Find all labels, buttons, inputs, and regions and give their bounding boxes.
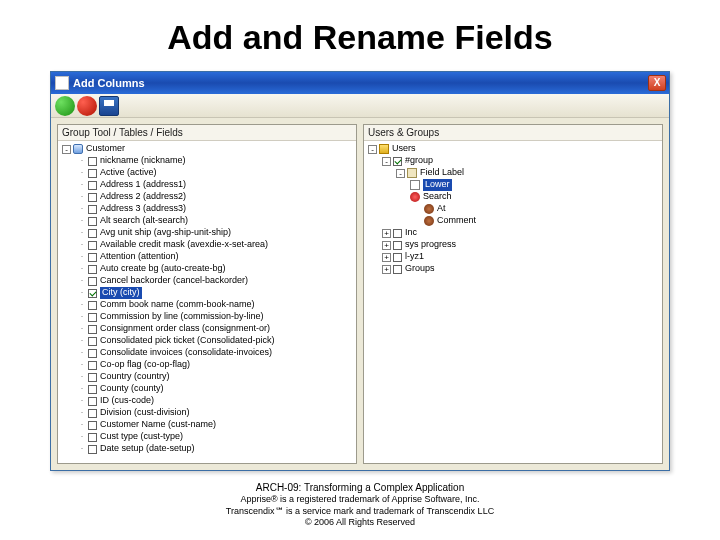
checkbox[interactable]	[88, 265, 97, 274]
checkbox[interactable]	[88, 313, 97, 322]
checkbox[interactable]	[88, 361, 97, 370]
collapse-icon[interactable]: -	[396, 169, 405, 178]
checkbox[interactable]	[88, 253, 97, 262]
checkbox[interactable]	[393, 265, 402, 274]
tree-item[interactable]: +sys progress	[368, 239, 660, 251]
checkbox[interactable]	[88, 421, 97, 430]
field-label[interactable]: Customer Name (cust-name)	[100, 419, 216, 430]
checkbox[interactable]	[88, 325, 97, 334]
tree-item[interactable]: Search	[368, 191, 660, 203]
field-label[interactable]: Auto create bg (auto-create-bg)	[100, 263, 226, 274]
tree-field-item[interactable]: ·City (city)	[62, 287, 354, 299]
tree-field-item[interactable]: ·Available credit mask (avexdie-x-set-ar…	[62, 239, 354, 251]
tree-field-item[interactable]: ·Country (country)	[62, 371, 354, 383]
collapse-icon[interactable]: -	[62, 145, 71, 154]
accept-button[interactable]	[55, 96, 75, 116]
tree-field-item[interactable]: ·ID (cus-code)	[62, 395, 354, 407]
checkbox[interactable]	[393, 157, 402, 166]
tree-field-item[interactable]: ·Consolidate invoices (consolidate-invoi…	[62, 347, 354, 359]
tree-item[interactable]: -Users	[368, 143, 660, 155]
left-tree[interactable]: -Customer·nickname (nickname)·Active (ac…	[58, 141, 356, 457]
field-label[interactable]: Division (cust-division)	[100, 407, 190, 418]
tree-field-item[interactable]: ·Date setup (date-setup)	[62, 443, 354, 455]
field-label[interactable]: Comm book name (comm-book-name)	[100, 299, 255, 310]
checkbox[interactable]	[88, 205, 97, 214]
checkbox[interactable]	[88, 217, 97, 226]
field-label[interactable]: Co-op flag (co-op-flag)	[100, 359, 190, 370]
field-label[interactable]: Consolidated pick ticket (Consolidated-p…	[100, 335, 275, 346]
tree-field-item[interactable]: ·Cancel backorder (cancel-backorder)	[62, 275, 354, 287]
tree-field-item[interactable]: ·Attention (attention)	[62, 251, 354, 263]
tree-item[interactable]: Lower	[368, 179, 660, 191]
field-label[interactable]: Address 1 (address1)	[100, 179, 186, 190]
tree-item[interactable]: -#group	[368, 155, 660, 167]
field-label[interactable]: Avg unit ship (avg-ship-unit-ship)	[100, 227, 231, 238]
right-tree[interactable]: -Users-#group-Field LabelLowerSearchAtCo…	[364, 141, 662, 277]
selected-label[interactable]: Lower	[423, 179, 452, 190]
tree-field-item[interactable]: ·Address 2 (address2)	[62, 191, 354, 203]
checkbox[interactable]	[88, 277, 97, 286]
save-button[interactable]	[99, 96, 119, 116]
tree-field-item[interactable]: ·Cust type (cust-type)	[62, 431, 354, 443]
checkbox[interactable]	[88, 445, 97, 454]
titlebar[interactable]: Add Columns X	[51, 72, 669, 94]
checkbox[interactable]	[88, 397, 97, 406]
tree-field-item[interactable]: ·Consolidated pick ticket (Consolidated-…	[62, 335, 354, 347]
tree-field-item[interactable]: ·Customer Name (cust-name)	[62, 419, 354, 431]
close-button[interactable]: X	[648, 75, 666, 91]
tree-field-item[interactable]: ·County (county)	[62, 383, 354, 395]
checkbox[interactable]	[88, 373, 97, 382]
expand-icon[interactable]: +	[382, 253, 391, 262]
checkbox[interactable]	[88, 169, 97, 178]
expand-icon[interactable]: +	[382, 241, 391, 250]
field-label[interactable]: Alt search (alt-search)	[100, 215, 188, 226]
tree-field-item[interactable]: ·Active (active)	[62, 167, 354, 179]
tree-item[interactable]: -Field Label	[368, 167, 660, 179]
checkbox[interactable]	[393, 241, 402, 250]
field-label[interactable]: Country (country)	[100, 371, 170, 382]
tree-field-item[interactable]: ·nickname (nickname)	[62, 155, 354, 167]
collapse-icon[interactable]: -	[368, 145, 377, 154]
tree-item[interactable]: At	[368, 203, 660, 215]
tree-field-item[interactable]: ·Avg unit ship (avg-ship-unit-ship)	[62, 227, 354, 239]
tree-field-item[interactable]: ·Comm book name (comm-book-name)	[62, 299, 354, 311]
tree-item[interactable]: +Inc	[368, 227, 660, 239]
tree-field-item[interactable]: ·Commission by line (commission-by-line)	[62, 311, 354, 323]
field-label[interactable]: Consolidate invoices (consolidate-invoic…	[100, 347, 272, 358]
tree-root-label[interactable]: Customer	[86, 143, 125, 154]
collapse-icon[interactable]: -	[382, 157, 391, 166]
checkbox[interactable]	[88, 385, 97, 394]
cancel-button[interactable]	[77, 96, 97, 116]
checkbox[interactable]	[88, 193, 97, 202]
checkbox[interactable]	[88, 409, 97, 418]
field-label[interactable]: City (city)	[100, 287, 142, 298]
checkbox[interactable]	[88, 301, 97, 310]
tree-field-item[interactable]: ·Co-op flag (co-op-flag)	[62, 359, 354, 371]
field-label[interactable]: Available credit mask (avexdie-x-set-are…	[100, 239, 268, 250]
tree-field-item[interactable]: ·Auto create bg (auto-create-bg)	[62, 263, 354, 275]
checkbox[interactable]	[88, 241, 97, 250]
field-label[interactable]: Consignment order class (consignment-or)	[100, 323, 270, 334]
expand-icon[interactable]: +	[382, 265, 391, 274]
tree-item[interactable]: +l-yz1	[368, 251, 660, 263]
checkbox[interactable]	[88, 229, 97, 238]
checkbox[interactable]	[88, 181, 97, 190]
checkbox[interactable]	[88, 433, 97, 442]
field-label[interactable]: County (county)	[100, 383, 164, 394]
field-label[interactable]: nickname (nickname)	[100, 155, 186, 166]
checkbox[interactable]	[88, 349, 97, 358]
field-label[interactable]: ID (cus-code)	[100, 395, 154, 406]
field-label[interactable]: Date setup (date-setup)	[100, 443, 195, 454]
field-label[interactable]: Active (active)	[100, 167, 157, 178]
tree-field-item[interactable]: ·Consignment order class (consignment-or…	[62, 323, 354, 335]
tree-field-item[interactable]: ·Address 3 (address3)	[62, 203, 354, 215]
tree-field-item[interactable]: ·Alt search (alt-search)	[62, 215, 354, 227]
checkbox[interactable]	[393, 253, 402, 262]
field-label[interactable]: Cancel backorder (cancel-backorder)	[100, 275, 248, 286]
field-label[interactable]: Address 3 (address3)	[100, 203, 186, 214]
field-label[interactable]: Commission by line (commission-by-line)	[100, 311, 264, 322]
tree-item[interactable]: Comment	[368, 215, 660, 227]
expand-icon[interactable]: +	[382, 229, 391, 238]
tree-field-item[interactable]: ·Address 1 (address1)	[62, 179, 354, 191]
field-label[interactable]: Address 2 (address2)	[100, 191, 186, 202]
